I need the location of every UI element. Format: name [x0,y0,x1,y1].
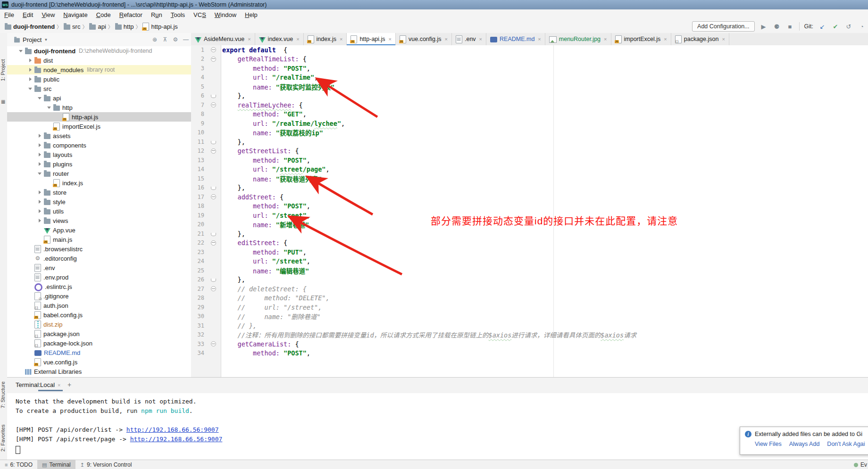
tree-item-src[interactable]: src [7,84,191,93]
fold-marker-icon[interactable] [211,148,216,154]
menu-item-refactor[interactable]: Refactor [115,11,147,18]
tree-item-.browserslistrc[interactable]: .browserslistrc [7,244,191,254]
tab-index.js[interactable]: index.js× [304,33,347,45]
code-line-29[interactable]: 29 // url: "/street", [191,303,868,312]
tab-http-api.js[interactable]: http-api.js× [347,33,396,45]
close-icon[interactable]: × [58,382,60,388]
add-configuration-button[interactable]: Add Configuration... [692,21,755,32]
tree-item-External Libraries[interactable]: External Libraries [7,367,191,376]
panel-settings-icon[interactable]: ⚙ [170,36,181,43]
chevron-right-icon[interactable] [35,162,44,166]
collapse-all-icon[interactable]: ⊼ [160,36,170,43]
code-line-16[interactable]: 16 }, [191,183,868,193]
run-icon[interactable]: ▶ [760,23,768,30]
chevron-right-icon[interactable] [35,134,44,138]
close-icon[interactable]: × [445,36,448,42]
menu-item-help[interactable]: Help [241,11,262,18]
close-icon[interactable]: × [340,36,342,42]
chevron-right-icon[interactable] [35,190,44,194]
code-line-1[interactable]: 1export default { [191,45,868,55]
close-icon[interactable]: × [296,36,299,42]
tree-item-assets[interactable]: assets [7,131,191,140]
tree-item-views[interactable]: views [7,216,191,225]
fold-marker-icon[interactable] [211,57,216,62]
tree-item-index.js[interactable]: index.js [7,178,191,188]
menu-item-vcs[interactable]: VCS [189,11,210,18]
breadcrumb-item-duoji-frontend[interactable]: duoji-frontend [5,23,55,30]
statusbar-item-6-TODO[interactable]: ≡6: TODO [0,460,37,469]
menu-item-file[interactable]: File [0,11,18,18]
terminal-tab-local[interactable]: Local × [36,380,65,389]
tree-item-package.json[interactable]: package.json [7,329,191,338]
tab-menuRouter.jpg[interactable]: menuRouter.jpg× [545,33,611,45]
terminal-link[interactable]: http://192.168.66.56:9007 [126,426,219,433]
tree-item-utils[interactable]: utils [7,206,191,216]
git-commit-icon[interactable]: ✔ [831,23,840,30]
menu-item-view[interactable]: View [37,11,59,18]
code-line-10[interactable]: 10 name: "获取荔枝的ip" [191,128,868,138]
tree-item-public[interactable]: public [7,74,191,84]
menu-item-run[interactable]: Run [147,11,167,18]
tree-item-http[interactable]: http [7,103,191,112]
code-line-3[interactable]: 3 method: "POST", [191,64,868,73]
tree-item-importExcel.js[interactable]: importExcel.js [7,122,191,131]
fold-marker-icon[interactable] [211,141,216,144]
tree-item-README.md[interactable]: README.md [7,348,191,357]
breadcrumb-item-http-api.js[interactable]: http-api.js [142,23,177,31]
close-icon[interactable]: × [664,36,667,42]
statusbar-right[interactable]: Ev [854,461,868,468]
menu-item-navigate[interactable]: Navigate [59,11,92,18]
code-line-28[interactable]: 28 // method: "DELETE", [191,294,868,303]
statusbar-item-9-Version-Control[interactable]: ↥9: Version Control [75,460,137,469]
code-line-17[interactable]: 17 addStreet: { [191,192,868,202]
code-line-25[interactable]: 25 name: "编辑巷道" [191,266,868,275]
tree-item-api[interactable]: api [7,93,191,103]
chevron-right-icon[interactable] [26,68,34,72]
tree-item-.gitignore[interactable]: .gitignore [7,291,191,301]
tree-item-node_modules[interactable]: node_moduleslibrary root [7,65,191,74]
tab-importExcel.js[interactable]: importExcel.js× [611,33,671,45]
code-line-5[interactable]: 5 name: "获取实时监控列表" [191,82,868,91]
code-line-23[interactable]: 23 method: "PUT", [191,247,868,257]
close-icon[interactable]: × [479,36,482,42]
tree-item-babel.config.js[interactable]: babel.config.js [7,310,191,320]
close-icon[interactable]: × [389,36,392,42]
clipped-edge-icon[interactable]: ◔ [858,23,866,30]
code-line-18[interactable]: 18 method: "POST", [191,202,868,211]
tool-button-favorites[interactable]: 2: Favorites [0,419,7,457]
debug-icon[interactable]: ⚈ [773,23,781,30]
fold-marker-icon[interactable] [211,240,216,246]
chevron-right-icon[interactable] [35,143,44,147]
menu-item-tools[interactable]: Tools [167,11,189,18]
locate-file-icon[interactable]: ⊕ [150,36,160,43]
code-line-31[interactable]: 31 // }, [191,321,868,330]
code-line-7[interactable]: 7 realTimeLychee: { [191,100,868,110]
fold-marker-icon[interactable] [211,341,216,346]
statusbar-item-Terminal[interactable]: ▤Terminal [37,460,75,469]
new-terminal-icon[interactable]: + [67,381,71,388]
chevron-down-icon[interactable] [35,97,44,99]
tab-.env[interactable]: .env× [452,33,486,45]
tree-item-.env[interactable]: .env [7,263,191,272]
breadcrumb-item-api[interactable]: api [89,23,106,30]
tree-item-dist.zip[interactable]: dist.zip [7,320,191,329]
code-line-13[interactable]: 13 method: "POST", [191,156,868,165]
chevron-right-icon[interactable] [35,209,44,213]
chevron-right-icon[interactable] [35,219,44,222]
code-line-15[interactable]: 15 name: "获取巷道列表" [191,174,868,183]
tree-item-store[interactable]: store [7,188,191,197]
close-icon[interactable]: × [722,36,725,42]
code-line-22[interactable]: 22 editStreet: { [191,239,868,248]
fold-marker-icon[interactable] [211,279,216,282]
chevron-right-icon[interactable] [26,77,34,81]
code-line-12[interactable]: 12 getStreetList: { [191,147,868,156]
tree-item-router[interactable]: router [7,169,191,178]
project-tool-icon[interactable]: ▦ [1,99,5,104]
tree-item-dist[interactable]: dist [7,56,191,65]
close-icon[interactable]: × [604,36,607,42]
code-line-6[interactable]: 6 }, [191,91,868,101]
close-icon[interactable]: × [538,36,541,42]
chevron-down-icon[interactable] [26,88,34,90]
chevron-right-icon[interactable] [35,153,44,156]
menu-item-window[interactable]: Window [210,11,241,18]
